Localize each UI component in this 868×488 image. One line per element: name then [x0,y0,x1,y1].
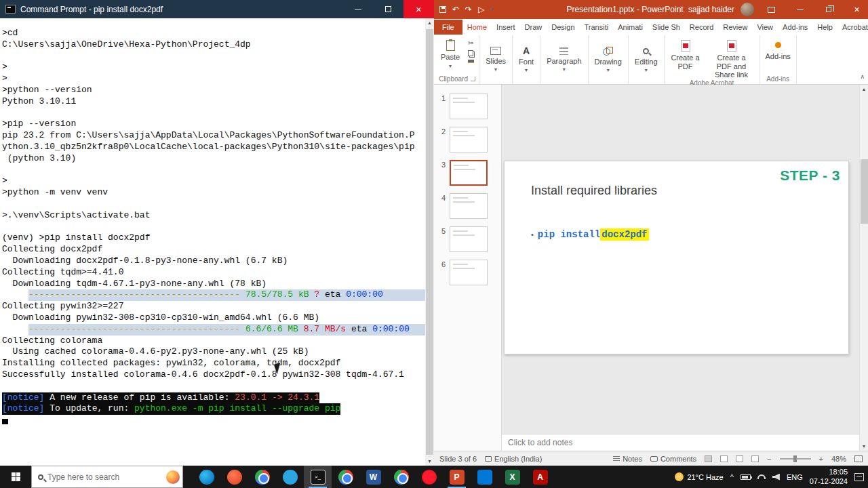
taskbar-adobe-icon[interactable]: A [526,466,554,488]
comments-toggle[interactable]: Comments [650,455,696,463]
battery-icon[interactable] [741,474,751,480]
tab-record[interactable]: Record [685,20,718,35]
slide-thumbnail-5[interactable]: 5 [439,226,497,252]
tab-draw[interactable]: Draw [520,20,547,35]
taskbar-word-icon[interactable]: W [359,466,387,488]
taskbar-brave-icon[interactable] [220,466,248,488]
scroll-up-icon[interactable]: ▲ [425,20,434,25]
paste-dropdown-icon[interactable]: ▾ [449,64,452,69]
wifi-icon[interactable] [757,474,766,479]
weather-widget[interactable]: 21°C Haze [675,472,723,481]
tab-file[interactable]: File [434,20,462,35]
tab-view[interactable]: View [752,20,778,35]
slide-thumbnail-1[interactable]: 1 [439,94,497,119]
taskbar-chrome-icon[interactable] [248,466,276,488]
language-indicator[interactable]: English (India) [485,455,542,463]
scroll-up-icon[interactable]: ▲ [860,87,868,92]
collapse-ribbon-icon[interactable]: ∧ [860,73,865,80]
qat-customize-icon[interactable]: ▾ [490,7,493,12]
notes-toggle[interactable]: Notes [613,455,642,463]
search-highlights-icon[interactable] [166,470,180,484]
copy-icon[interactable] [468,50,473,56]
tab-insert[interactable]: Insert [492,20,520,35]
slide-work-area[interactable]: STEP - 3 Install required libraries • pi… [502,85,859,434]
taskbar-chrome-icon[interactable] [332,466,359,488]
format-painter-icon[interactable] [468,60,474,63]
taskbar-edge-icon[interactable] [193,466,220,488]
start-slideshow-icon[interactable]: ▷ [478,5,484,14]
tab-review[interactable]: Review [718,20,752,35]
zoom-slider-thumb[interactable] [793,455,797,462]
ppt-restore-button[interactable] [817,0,840,19]
ppt-minimize-button[interactable] [789,0,811,19]
ppt-titlebar[interactable]: ↶ ↷ ▷ ▾ Presentation1.pptx - PowerPoint … [434,0,868,19]
terminal-output[interactable]: >cdC:\Users\sajja\OneDrive\Hexa-Python\P… [0,18,425,466]
tab-transiti[interactable]: Transiti [580,20,614,35]
ppt-close-button[interactable]: × [846,0,868,19]
taskbar-clock[interactable]: 18:05 07-12-2024 [810,468,848,485]
tab-slide-sh[interactable]: Slide Sh [648,20,685,35]
tab-design[interactable]: Design [547,20,579,35]
undo-icon[interactable]: ↶ [452,5,459,14]
tab-help[interactable]: Help [812,20,837,35]
action-center-icon[interactable] [854,473,864,481]
cmd-scrollbar[interactable]: ▲ ▼ [425,18,434,466]
tab-animati[interactable]: Animati [613,20,648,35]
start-button[interactable] [0,466,31,488]
zoom-out-button[interactable]: − [767,455,771,463]
tray-expand-icon[interactable]: ^ [730,473,734,481]
editing-group-button[interactable]: Editing ▾ [629,35,665,84]
slide-canvas[interactable]: STEP - 3 Install required libraries • pi… [504,161,849,354]
slide-scrollbar[interactable]: ▲ ▼ [859,85,868,451]
tab-home[interactable]: Home [462,20,492,35]
paste-button[interactable]: Paste ▾ [437,37,463,74]
taskbar-chrome-icon[interactable] [387,466,415,488]
tab-acrobat[interactable]: Acrobat [837,20,868,35]
save-icon[interactable] [439,6,446,13]
drawing-group-button[interactable]: Drawing ▾ [589,35,629,84]
taskbar-cmd-icon[interactable] [304,466,332,488]
scroll-down-icon[interactable]: ▼ [860,444,868,449]
cut-icon[interactable]: ✂ [468,40,473,47]
user-avatar[interactable] [741,3,754,16]
taskbar-search[interactable] [31,466,183,488]
normal-view-button[interactable] [705,455,712,462]
slide-thumbnail-3[interactable]: 3 [439,160,497,186]
taskbar-powerpoint-icon[interactable]: P [443,466,471,488]
slide-thumbnail-6[interactable]: 6 [439,260,497,285]
addins-button[interactable]: Add-ins [762,37,794,74]
slide-thumbnail-4[interactable]: 4 [439,193,497,219]
language-badge[interactable]: ENG [787,473,803,481]
search-input[interactable] [47,472,162,482]
create-pdf-share-button[interactable]: Create a PDF and Share link [706,37,757,79]
clipboard-dialog-launcher-icon[interactable] [471,77,475,81]
font-group-button[interactable]: A Font ▾ [513,35,540,84]
volume-icon[interactable] [772,474,780,481]
notes-pane[interactable]: Click to add notes [502,434,859,451]
taskbar-vscode-icon[interactable] [471,466,498,488]
scroll-down-icon[interactable]: ▼ [425,459,434,464]
paragraph-group-button[interactable]: Paragraph ▾ [540,35,588,84]
ribbon-display-options-icon[interactable] [760,0,783,19]
cmd-minimize-button[interactable] [342,0,373,18]
slide-scrollbar-thumb[interactable] [861,159,868,224]
taskbar-opera-icon[interactable] [415,466,443,488]
signed-in-user[interactable]: sajjad haider [688,5,734,14]
cmd-close-button[interactable]: × [403,0,434,18]
fit-slide-icon[interactable] [854,455,863,462]
slide-sorter-view-button[interactable] [720,455,728,462]
zoom-in-button[interactable]: + [819,455,823,463]
create-pdf-button[interactable]: Create a PDF [667,37,705,79]
reading-view-button[interactable] [736,455,743,462]
taskbar-telegram-icon[interactable] [276,466,304,488]
slideshow-view-button[interactable] [751,455,759,462]
cmd-titlebar[interactable]: Command Prompt - pip install docx2pdf × [0,0,434,18]
cmd-maximize-button[interactable] [373,0,403,18]
zoom-slider[interactable] [780,458,811,460]
cmd-scrollbar-thumb[interactable] [426,29,433,455]
zoom-percentage[interactable]: 48% [831,455,846,463]
redo-icon[interactable]: ↷ [465,5,472,14]
taskbar-excel-icon[interactable]: X [498,466,526,488]
tab-add-ins[interactable]: Add-ins [778,20,812,35]
slide-thumbnail-2[interactable]: 2 [439,127,497,152]
